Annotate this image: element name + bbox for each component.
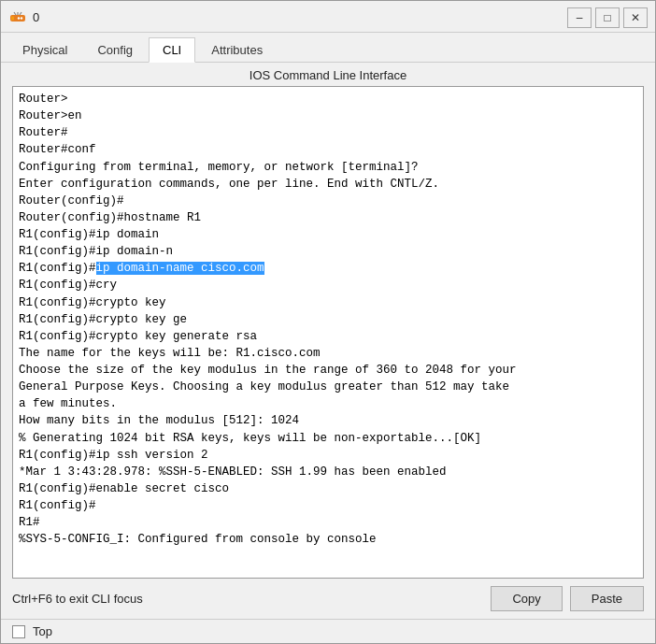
svg-line-4	[14, 12, 16, 15]
cli-line: R1(config)#ip domain-n	[19, 243, 637, 260]
window-title: 0	[33, 10, 39, 24]
router-icon	[8, 8, 27, 27]
tab-cli[interactable]: CLI	[149, 37, 195, 63]
svg-rect-1	[11, 16, 14, 20]
cli-line: Router(config)#hostname R1	[19, 209, 637, 226]
cli-line: R1(config)#crypto key	[19, 294, 637, 311]
cli-line: Router(config)#	[19, 193, 637, 209]
cli-line: Router>en	[19, 107, 637, 124]
tab-bar: Physical Config CLI Attributes	[1, 33, 655, 63]
copy-button[interactable]: Copy	[491, 586, 562, 611]
tab-physical[interactable]: Physical	[8, 37, 81, 63]
cli-line: Router#conf	[19, 141, 637, 158]
cli-line: Router#	[19, 124, 637, 141]
cli-line: R1(config)#ip ssh version 2	[19, 447, 637, 464]
window-inner: IOS Command Line Interface Router>Router…	[1, 63, 655, 643]
cli-line: How many bits in the modulus [512]: 1024	[19, 412, 637, 429]
svg-point-3	[18, 17, 20, 19]
title-bar: 0 – □ ✕	[1, 1, 655, 33]
maximize-button[interactable]: □	[595, 7, 620, 28]
cli-line-prefix: R1(config)#	[19, 262, 96, 275]
tab-attributes[interactable]: Attributes	[197, 37, 277, 63]
bottom-bar: Ctrl+F6 to exit CLI focus Copy Paste	[1, 579, 655, 619]
cli-line: R1(config)#ip domain-name cisco.com	[19, 260, 637, 277]
cli-line: R1(config)#cry	[19, 277, 637, 293]
tab-config[interactable]: Config	[83, 37, 147, 63]
cli-section-header: IOS Command Line Interface	[1, 63, 655, 86]
title-bar-controls: – □ ✕	[567, 7, 648, 28]
cli-line: R1(config)#crypto key ge	[19, 311, 637, 328]
cli-line: R1(config)#	[19, 497, 637, 514]
cli-area: Router>Router>enRouter#Router#confConfig…	[12, 86, 644, 579]
cli-line: %SYS-5-CONFIG_I: Configured from console…	[19, 531, 637, 548]
cli-line: R1#	[19, 514, 637, 531]
cli-line-highlighted: ip domain-name cisco.com	[96, 262, 264, 275]
cli-line: Router>	[19, 91, 637, 107]
cli-line: % Generating 1024 bit RSA keys, keys wil…	[19, 430, 637, 447]
action-buttons: Copy Paste	[491, 586, 644, 611]
footer-bar: Top	[1, 619, 655, 643]
cli-line: Choose the size of the key modulus in th…	[19, 362, 637, 379]
exit-hint: Ctrl+F6 to exit CLI focus	[12, 592, 143, 606]
close-button[interactable]: ✕	[623, 7, 648, 28]
minimize-button[interactable]: –	[567, 7, 592, 28]
svg-line-6	[20, 12, 21, 15]
paste-button[interactable]: Paste	[570, 586, 644, 611]
svg-point-2	[21, 17, 22, 19]
cli-line: Enter configuration commands, one per li…	[19, 176, 637, 193]
cli-line: General Purpose Keys. Choosing a key mod…	[19, 379, 637, 395]
cli-line: a few minutes.	[19, 395, 637, 412]
cli-line: *Mar 1 3:43:28.978: %SSH-5-ENABLED: SSH …	[19, 464, 637, 480]
title-bar-left: 0	[8, 8, 39, 27]
main-window: 0 – □ ✕ Physical Config CLI Attributes I…	[0, 0, 656, 644]
top-checkbox[interactable]	[12, 625, 25, 638]
cli-line: R1(config)#ip domain	[19, 226, 637, 243]
cli-line: The name for the keys will be: R1.cisco.…	[19, 345, 637, 362]
cli-terminal[interactable]: Router>Router>enRouter#Router#confConfig…	[13, 87, 643, 578]
top-label: Top	[33, 624, 52, 638]
cli-line: R1(config)#crypto key generate rsa	[19, 328, 637, 345]
cli-line: R1(config)#enable secret cisco	[19, 480, 637, 497]
cli-line: Configuring from terminal, memory, or ne…	[19, 159, 637, 176]
